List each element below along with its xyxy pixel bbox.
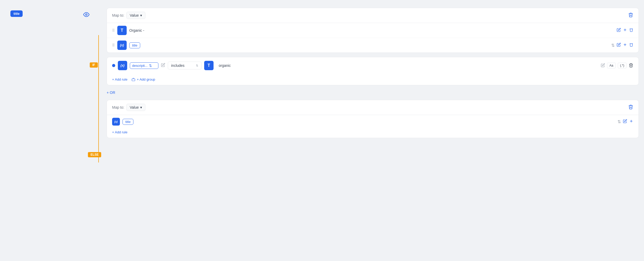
row-title-variable-2: {x} title ⇅ <box>107 115 639 128</box>
condition-field-chevron: ⇅ <box>149 64 152 68</box>
map-to-label-2: Map to: <box>112 105 124 109</box>
variable-type-icon-1: {x} <box>117 41 127 50</box>
row-organic-text: ⠿ T Organic - <box>107 23 639 38</box>
page-container: title IF ELSE Map to: Value ▾ <box>5 5 639 141</box>
map-to-row-2: Map to: Value ▾ <box>112 104 145 111</box>
condition-actions: Aa (.*) <box>601 63 633 68</box>
condition-edit-icon[interactable] <box>161 63 165 68</box>
delete-condition-button[interactable] <box>629 63 633 68</box>
map-to-label-1: Map to: <box>112 13 124 17</box>
add-after-row1-button[interactable] <box>623 28 627 33</box>
left-panel: title IF ELSE <box>5 8 104 10</box>
svg-rect-5 <box>132 79 135 81</box>
value-dropdown-label-2: Value <box>130 105 139 109</box>
or-button[interactable]: + OR <box>107 90 115 95</box>
add-rule2-button[interactable]: + Add rule <box>112 130 127 134</box>
edit-row2-button[interactable] <box>617 43 621 48</box>
or-section: + OR <box>107 89 639 96</box>
add-rule-row-2: + Add rule <box>107 128 639 138</box>
add-after-row2-button[interactable] <box>623 43 627 48</box>
eye-icon[interactable] <box>83 11 89 19</box>
delete-row1-button[interactable] <box>629 28 633 33</box>
case-sensitive-button[interactable]: Aa <box>607 63 616 68</box>
delete-section1-button[interactable] <box>628 12 633 19</box>
condition-operator-dropdown[interactable]: includes ⇅ <box>168 62 202 69</box>
else-badge: ELSE <box>88 152 101 157</box>
condition-field-dropdown[interactable]: descripti... ⇅ <box>130 62 158 69</box>
edit-row1-button[interactable] <box>617 28 621 33</box>
section1-card: Map to: Value ▾ ⠿ <box>107 8 639 53</box>
regex-button[interactable]: (.*) <box>618 63 627 68</box>
value-dropdown-label-1: Value <box>130 13 139 17</box>
value-dropdown-2[interactable]: Value ▾ <box>126 104 146 111</box>
condition-value-text: organic <box>216 62 233 69</box>
condition-operator-label: includes <box>171 63 184 68</box>
row-actions-2: ⇅ <box>611 43 633 48</box>
add-rule-button[interactable]: + Add rule <box>112 77 127 81</box>
condition-card: {x} descripti... ⇅ <box>107 57 639 85</box>
map-to-row-1: Map to: Value ▾ <box>112 12 145 19</box>
delete-section2-button[interactable] <box>628 104 633 111</box>
drag-handle-1[interactable]: ⠿ <box>112 28 115 32</box>
edit-row3-button[interactable] <box>623 119 627 124</box>
add-after-row3-button[interactable] <box>629 119 633 124</box>
text-type-icon-1: T <box>117 26 127 35</box>
value-dropdown-1[interactable]: Value ▾ <box>126 12 146 19</box>
title-tag-1: title <box>129 42 140 48</box>
vertical-connector-line <box>98 35 99 162</box>
row-actions-1 <box>617 28 633 33</box>
condition-field-label: descripti... <box>132 64 147 68</box>
delete-row2-button[interactable] <box>629 43 633 48</box>
svg-point-0 <box>86 14 87 15</box>
variable-type-icon-2: {x} <box>112 118 120 126</box>
main-content: Map to: Value ▾ ⠿ <box>107 8 639 138</box>
row-title-variable-1: ⠿ {x} title ⇅ <box>107 38 639 53</box>
section2-header: Map to: Value ▾ <box>107 100 639 115</box>
condition-value-type-icon: T <box>204 61 214 70</box>
condition-dot-connector <box>112 64 115 67</box>
condition-variable-icon: {x} <box>118 61 127 70</box>
organic-text-content: Organic - <box>129 28 614 32</box>
sort-icon-2: ⇅ <box>617 119 621 124</box>
condition-section: {x} descripti... ⇅ <box>107 57 639 75</box>
row-actions-3: ⇅ <box>617 119 633 124</box>
if-badge: IF <box>90 62 98 68</box>
section2-card: Map to: Value ▾ <box>107 100 639 138</box>
dropdown-chevron-2: ▾ <box>140 105 142 109</box>
title-tag-2: title <box>123 119 133 125</box>
section1-header: Map to: Value ▾ <box>107 8 639 23</box>
condition-edit-button[interactable] <box>601 63 605 68</box>
sort-icon-1: ⇅ <box>611 43 615 48</box>
title-badge: title <box>10 10 23 17</box>
condition-row: {x} descripti... ⇅ <box>112 61 633 70</box>
add-group-button[interactable]: + Add group <box>132 77 155 81</box>
add-group-label: + Add group <box>137 77 155 81</box>
dropdown-chevron-1: ▾ <box>140 13 142 17</box>
add-rule-row: + Add rule + Add group <box>107 75 639 85</box>
condition-operator-chevron: ⇅ <box>196 64 198 67</box>
drag-handle-2[interactable]: ⠿ <box>112 43 115 47</box>
